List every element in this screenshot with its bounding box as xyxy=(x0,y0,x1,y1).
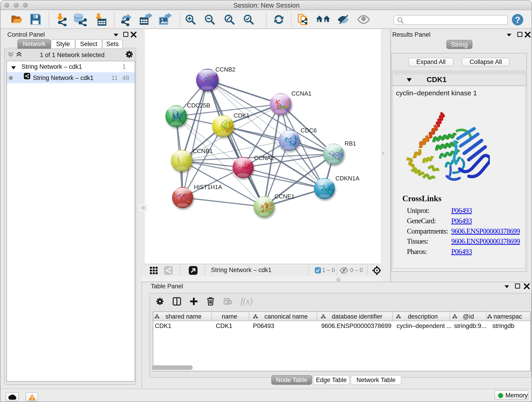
svg-text:CCNA2: CCNA2 xyxy=(254,155,274,161)
svg-text:HIST1H1A: HIST1H1A xyxy=(194,184,222,190)
svg-text:CDKN1A: CDKN1A xyxy=(336,175,360,182)
svg-text:RB1: RB1 xyxy=(345,140,356,147)
svg-text:CCNE1: CCNE1 xyxy=(274,193,294,200)
svg-text:CDK1: CDK1 xyxy=(234,112,249,119)
svg-text:?: ? xyxy=(515,15,520,25)
svg-text:CCNB1: CCNB1 xyxy=(193,148,213,154)
svg-text:CCNA1: CCNA1 xyxy=(291,90,311,97)
svg-text:CDC25B: CDC25B xyxy=(187,102,210,109)
svg-text:CDC6: CDC6 xyxy=(301,127,317,134)
svg-text:CCNB2: CCNB2 xyxy=(215,66,235,73)
